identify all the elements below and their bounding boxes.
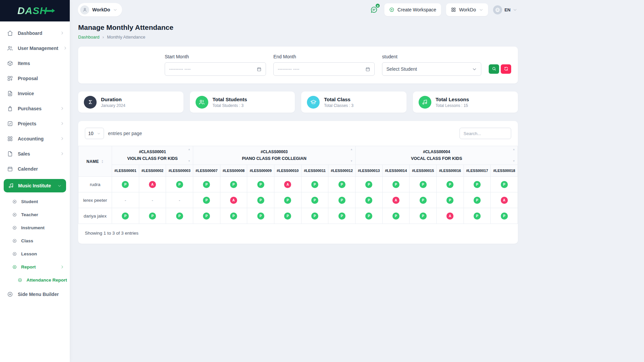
- sidebar-item-projects[interactable]: Projects: [0, 116, 70, 131]
- sidebar-item-label: Teacher: [21, 212, 38, 217]
- sidebar-item-side-menu-builder[interactable]: Side Menu Builder: [0, 287, 70, 302]
- attendance-table: NAME▲▼#CLASS00001VIOLIN CLASS FOR KIDS▲▼…: [78, 146, 518, 224]
- sidebar-item-instrument[interactable]: Instrument: [0, 221, 70, 234]
- language-selector[interactable]: EN: [493, 5, 517, 14]
- sidebar-item-proposal[interactable]: Proposal: [0, 71, 70, 86]
- table-controls: 10 entries per page: [78, 128, 518, 139]
- attendance-badge-present: P: [257, 213, 264, 220]
- globe-icon: [493, 5, 502, 14]
- attendance-cell: P: [491, 208, 518, 224]
- sidebar-item-label: User Management: [18, 46, 58, 51]
- attendance-badge-present: P: [365, 197, 372, 204]
- attendance-badge-present: P: [365, 213, 372, 220]
- sidebar-item-items[interactable]: Items: [0, 56, 70, 71]
- brand-logo[interactable]: DASH: [0, 0, 70, 21]
- attendance-badge-present: P: [392, 181, 399, 188]
- lesson-column-header-less00001[interactable]: #LESS00001: [112, 165, 139, 177]
- table-search-input[interactable]: [460, 128, 511, 139]
- attendance-cell: P: [166, 177, 193, 192]
- plus-circle-icon: [7, 291, 13, 297]
- sidebar: DASH DashboardUser ManagementItemsPropos…: [0, 0, 70, 362]
- lesson-column-header-less00013[interactable]: #LESS00013: [355, 165, 382, 177]
- lesson-column-header-less00007[interactable]: #LESS00007: [193, 165, 220, 177]
- end-month-field: End Month --------- ----: [273, 54, 375, 76]
- lesson-column-header-less00003[interactable]: #LESS00003: [166, 165, 193, 177]
- create-workspace-button[interactable]: Create Workspace: [384, 3, 441, 16]
- attendance-badge-present: P: [338, 213, 345, 220]
- brand-logo-arrow-icon: [44, 10, 52, 12]
- entries-per-page-label: entries per page: [108, 131, 142, 136]
- attendance-badge-absent: A: [149, 181, 156, 188]
- sidebar-item-report[interactable]: Report: [0, 260, 70, 274]
- sidebar-item-invoice[interactable]: Invoice: [0, 86, 70, 101]
- sidebar-item-accounting[interactable]: Accounting: [0, 131, 70, 146]
- attendance-cell: P: [355, 192, 382, 208]
- attendance-cell: -: [166, 192, 193, 208]
- sidebar-item-dashboard[interactable]: Dashboard: [0, 25, 70, 41]
- users-icon: [196, 96, 208, 109]
- attendance-badge-present: P: [284, 213, 291, 220]
- lesson-column-header-less00017[interactable]: #LESS00017: [464, 165, 491, 177]
- chevron-right-icon: [60, 106, 64, 111]
- class-group-header-class00001[interactable]: #CLASS00001VIOLIN CLASS FOR KIDS▲▼: [112, 146, 193, 165]
- users-icon: [7, 45, 13, 51]
- sidebar-item-sales[interactable]: Sales: [0, 146, 70, 161]
- stat-subtitle: Total Students : 3: [213, 103, 247, 108]
- attendance-badge-present: P: [474, 197, 481, 204]
- workspace-selector[interactable]: WorkDo: [78, 3, 122, 16]
- music-icon: [8, 183, 14, 189]
- messages-button[interactable]: 0: [369, 4, 379, 15]
- end-month-input[interactable]: --------- ----: [273, 62, 375, 76]
- sidebar-item-calender[interactable]: Calender: [0, 161, 70, 176]
- graduation-cap-icon: [307, 96, 320, 109]
- class-group-header-class00003[interactable]: #CLASS00003PIANO CLASS FOR COLLEGIAN▲▼: [193, 146, 355, 165]
- plus-circle-icon: [389, 7, 394, 12]
- search-button[interactable]: [489, 64, 499, 74]
- lesson-column-header-less00018[interactable]: #LESS00018: [491, 165, 518, 177]
- sidebar-item-music-institute[interactable]: Music Institute: [4, 179, 66, 192]
- lesson-column-header-less00014[interactable]: #LESS00014: [382, 165, 410, 177]
- end-month-label: End Month: [273, 54, 375, 59]
- class-name: VOCAL CLASS FOR KIDS: [362, 156, 511, 162]
- name-column-header[interactable]: NAME▲▼: [78, 146, 112, 177]
- attendance-badge-present: P: [420, 197, 427, 204]
- lesson-column-header-less00011[interactable]: #LESS00011: [301, 165, 328, 177]
- attendance-badge-present: P: [365, 181, 372, 188]
- attendance-cell: P: [301, 208, 328, 224]
- student-name-cell: dariya jalex: [78, 208, 112, 224]
- sidebar-item-class[interactable]: Class: [0, 234, 70, 247]
- lesson-column-header-less00012[interactable]: #LESS00012: [328, 165, 356, 177]
- lesson-column-header-less00016[interactable]: #LESS00016: [436, 165, 464, 177]
- sort-asc-icon: ▲: [188, 148, 191, 150]
- lesson-column-header-less00002[interactable]: #LESS00002: [139, 165, 166, 177]
- attendance-cell: A: [220, 192, 247, 208]
- class-group-header-class00004[interactable]: #CLASS00004VOCAL CLASS FOR KIDS▲▼: [355, 146, 518, 165]
- breadcrumb-dashboard-link[interactable]: Dashboard: [78, 35, 100, 40]
- sidebar-item-student[interactable]: Student: [0, 195, 70, 208]
- attendance-badge-present: P: [257, 197, 264, 204]
- lesson-column-header-less00009[interactable]: #LESS00009: [247, 165, 274, 177]
- target-icon: [12, 251, 17, 256]
- sidebar-item-attendance-report[interactable]: Attendance Report: [0, 274, 70, 287]
- attendance-table-card: 10 entries per page NAME▲▼#CLASS00001VIO…: [78, 121, 518, 244]
- attendance-cell: P: [410, 208, 437, 224]
- sidebar-item-purchases[interactable]: Purchases: [0, 101, 70, 116]
- lesson-column-header-less00015[interactable]: #LESS00015: [410, 165, 437, 177]
- attendance-cell: P: [328, 192, 356, 208]
- attendance-badge-present: P: [501, 181, 508, 188]
- sidebar-item-teacher[interactable]: Teacher: [0, 208, 70, 221]
- entries-summary: Showing 1 to 3 of 3 entries: [78, 224, 518, 236]
- attendance-cell: P: [274, 208, 301, 224]
- sidebar-item-lesson[interactable]: Lesson: [0, 247, 70, 260]
- start-month-input[interactable]: --------- ----: [165, 62, 266, 76]
- student-select[interactable]: Select Student: [382, 62, 481, 76]
- attendance-badge-absent: A: [446, 213, 453, 220]
- lesson-column-header-less00008[interactable]: #LESS00008: [220, 165, 247, 177]
- workspace-menu-label: WorkDo: [459, 7, 476, 12]
- entries-per-page-select[interactable]: 10: [85, 128, 104, 139]
- sidebar-item-user-management[interactable]: User Management: [0, 41, 70, 56]
- workspace-menu-button[interactable]: WorkDo: [446, 3, 488, 16]
- lesson-column-header-less00010[interactable]: #LESS00010: [274, 165, 301, 177]
- reset-button[interactable]: [501, 64, 511, 74]
- sidebar-item-label: Report: [21, 264, 36, 269]
